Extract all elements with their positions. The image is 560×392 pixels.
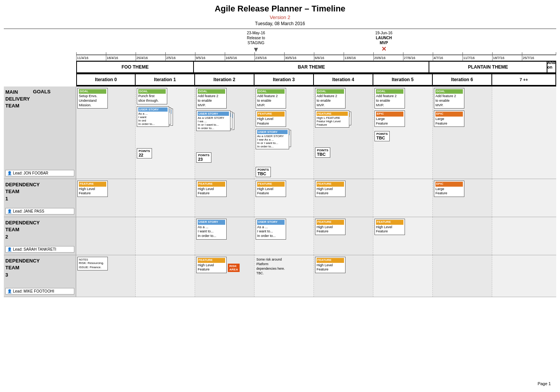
dep2-iter6 bbox=[433, 217, 492, 255]
date-tick: 13/6/16 bbox=[344, 55, 373, 61]
iter-0-header: Iteration 0 bbox=[76, 74, 136, 86]
goal-card: GOAL Add feature 2to enableMVP. bbox=[256, 88, 286, 109]
date-tick: 27/6/16 bbox=[403, 55, 433, 61]
date-tick: 25/4/16 bbox=[136, 55, 165, 61]
team-dep1-lead: 👤 Lead: JANE PASS bbox=[5, 208, 74, 214]
dep3-iter0: NOTES RISK: Resourcing.ISSUE: Finance. bbox=[76, 255, 136, 297]
main-iter2-col: GOAL Add feature 2to enableMVP. USER STO… bbox=[195, 86, 254, 179]
team-dep2-label: DEPENDENCYTEAM2 👤 Lead: SARAH TANKRETI bbox=[4, 217, 76, 255]
feature-card: FEATURE High LevelFeature bbox=[256, 181, 286, 197]
feature-card: FEATURE High LevelFeature bbox=[196, 181, 227, 197]
milestone-mvp: 19-Jun-16 LAUNCH MVP ✕ bbox=[375, 30, 392, 53]
dep1-iter0: FEATURE High LevelFeature bbox=[76, 179, 136, 217]
team-dep3-lead: 👤 Lead: MIKE FOOTOOHI bbox=[5, 288, 74, 294]
dep3-iter1 bbox=[136, 255, 195, 297]
dep1-iter6: EPIC LargeFeature bbox=[433, 179, 492, 217]
date-tick: 18/4/16 bbox=[106, 55, 136, 61]
points-box: POINTS 22 bbox=[137, 148, 152, 158]
team-dep2-lead: 👤 Lead: SARAH TANKRETI bbox=[5, 246, 74, 253]
date-tick: 25/7/16 bbox=[522, 55, 556, 61]
dep2-iter1 bbox=[136, 217, 195, 255]
main-iter3-col: GOAL Add feature 2to enableMVP. FEATURE … bbox=[254, 86, 314, 179]
goal-card: GOAL Add feature 2to enableMVP. bbox=[196, 88, 227, 109]
feature-card: FEATURE High LevelFeature bbox=[196, 257, 227, 273]
person-icon: 👤 bbox=[7, 247, 12, 251]
dep1-iter2: FEATURE High LevelFeature bbox=[195, 179, 254, 217]
iter-6-header: Iteration 6 bbox=[433, 74, 492, 86]
dep2-iter7 bbox=[492, 217, 556, 255]
main-iter1-col: GOAL Punch firstslice through. USER STOR… bbox=[136, 86, 195, 179]
theme-plantain: PLANTAIN THEME bbox=[429, 61, 547, 73]
dep1-iter5 bbox=[373, 179, 433, 217]
user-story-stack-2: USER STORY As a ...I want to...In order … bbox=[196, 110, 230, 131]
feature-card: FEATURE High LevelFeature bbox=[77, 181, 108, 197]
theme-bar: BAR THEME bbox=[194, 61, 429, 73]
iter-2-header: Iteration 2 bbox=[195, 74, 254, 86]
team-dep3-row: DEPENDENCYTEAM3 👤 Lead: MIKE FOOTOOHI NO… bbox=[4, 255, 556, 297]
date-tick: 23/5/16 bbox=[254, 55, 284, 61]
user-story-card: USER STORY As a ...I want to...In order … bbox=[256, 219, 286, 239]
date-label: Tuesday, 08 March 2016 bbox=[4, 21, 556, 26]
team-main-goals: GOALS bbox=[33, 89, 51, 110]
epic-card: EPIC LargeFeature bbox=[374, 110, 405, 127]
feature-card: FEATURE High LevelFeature bbox=[374, 219, 405, 235]
team-main-name: MAINDELIVERYTEAM bbox=[5, 89, 30, 110]
dep2-iter0 bbox=[76, 217, 136, 255]
dep2-iter4: FEATURE High LevelFeature bbox=[314, 217, 373, 255]
feature-card: FEATURE High LevelFeature bbox=[315, 219, 346, 235]
user-story-stack: USER STORY As a ...I want to...In order … bbox=[137, 106, 169, 127]
dep3-iter7 bbox=[492, 255, 556, 297]
notes-card: NOTES RISK: Resourcing.ISSUE: Finance. bbox=[77, 257, 108, 270]
dep1-iter7 bbox=[492, 179, 556, 217]
team-main-row: MAINDELIVERYTEAM GOALS 👤 Lead: JON FOOBA… bbox=[4, 86, 556, 179]
team-dep2-name: DEPENDENCYTEAM2 bbox=[5, 219, 74, 240]
person-icon: 👤 bbox=[7, 209, 12, 213]
points-box: POINTS 23 bbox=[196, 152, 211, 163]
date-tick: 20/6/16 bbox=[373, 55, 403, 61]
dep3-iter5 bbox=[373, 255, 433, 297]
date-tick: 9/5/16 bbox=[195, 55, 225, 61]
user-story-card: USER STORY As a ...I want to...In order … bbox=[196, 219, 227, 239]
theme-foo: FOO THEME bbox=[76, 61, 194, 73]
team-dep1-row: DEPENDENCYTEAM1 👤 Lead: JANE PASS FEATUR… bbox=[4, 179, 556, 217]
user-story-stack-3: USER STORY As a ...I want to...In order … bbox=[256, 129, 289, 149]
iter-4-header: Iteration 4 bbox=[314, 74, 373, 86]
goal-card: GOAL Punch firstslice through. bbox=[137, 88, 167, 104]
points-box: POINTS TBC bbox=[374, 131, 390, 141]
theme-andon: And on ... bbox=[547, 61, 556, 73]
date-tick: 6/6/16 bbox=[314, 55, 344, 61]
main-iter5-col: GOAL Add feature 2to enableMVP. EPIC Lar… bbox=[373, 86, 433, 179]
team-dep1-label: DEPENDENCYTEAM1 👤 Lead: JANE PASS bbox=[4, 179, 76, 217]
date-tick: 2/5/16 bbox=[165, 55, 195, 61]
iter-5-header: Iteration 5 bbox=[373, 74, 433, 86]
main-iter6-col: GOAL Add feature 2to enableMVP. EPIC Lar… bbox=[433, 86, 492, 179]
iter-3-header: Iteration 3 bbox=[254, 74, 314, 86]
person-icon: 👤 bbox=[7, 289, 12, 293]
milestones-area: 23-May-16 Release to STAGING ▼ 19-Jun-16… bbox=[76, 30, 556, 55]
feature-card: FEATURE High LevelFeature bbox=[315, 257, 346, 273]
milestone-staging: 23-May-16 Release to STAGING ▼ bbox=[247, 30, 265, 54]
team-dep3-label: DEPENDENCYTEAM3 👤 Lead: MIKE FOOTOOHI bbox=[4, 255, 76, 297]
page: Agile Release Planner – Timeline Version… bbox=[0, 0, 560, 305]
dep3-iter2: FEATURE High LevelFeature RISKAREA bbox=[195, 255, 254, 297]
top-divider bbox=[4, 29, 556, 29]
dep2-iter5: FEATURE High LevelFeature bbox=[373, 217, 433, 255]
main-iter4-col: GOAL Add feature 2to enableMVP. FEATURE … bbox=[314, 86, 373, 179]
dep3-iter4: FEATURE High LevelFeature bbox=[314, 255, 373, 297]
team-dep1-name: DEPENDENCYTEAM1 bbox=[5, 181, 74, 202]
goal-card: GOAL Add feature 2to enableMVP. bbox=[374, 88, 405, 109]
date-tick: 11/7/16 bbox=[462, 55, 492, 61]
goal-card: GOAL Add feature 2to enableMVP. bbox=[434, 88, 464, 109]
dep2-iter3: USER STORY As a ...I want to...In order … bbox=[254, 217, 314, 255]
team-main-lead: 👤 Lead: JON FOOBAR bbox=[5, 170, 74, 176]
dep1-iter1 bbox=[136, 179, 195, 217]
epic-card: EPIC LargeFeature bbox=[434, 181, 464, 197]
person-icon: 👤 bbox=[7, 171, 12, 175]
dep3-iter3: Some risk aroundPlatformdependencies her… bbox=[254, 255, 314, 297]
main-iter0-col: GOAL Setup Envs.UnderstandMission. bbox=[76, 86, 136, 179]
iteration-row: Iteration 0 Iteration 1 Iteration 2 Iter… bbox=[76, 74, 556, 86]
date-tick: 11/4/16 bbox=[76, 55, 106, 61]
mvp-x-icon: ✕ bbox=[381, 46, 386, 52]
dep2-iter2: USER STORY As a ...I want to...In order … bbox=[195, 217, 254, 255]
team-dep3-name: DEPENDENCYTEAM3 bbox=[5, 258, 74, 278]
